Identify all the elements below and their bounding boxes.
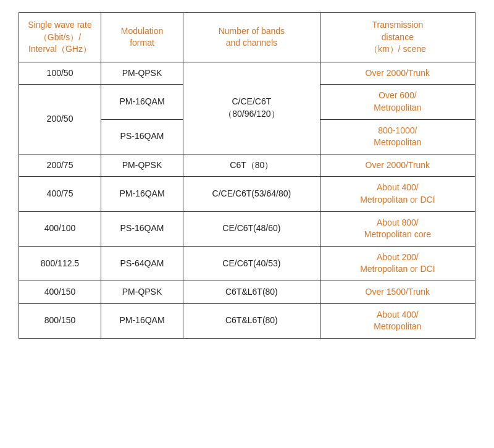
table-row: 800/150PM-16QAMC6T&L6T(80)About 400/ Met…	[19, 303, 475, 338]
cell-transmission: About 200/ Metropolitan or DCI	[320, 246, 475, 281]
cell-wave-rate: 200/75	[19, 154, 101, 177]
cell-bands: CE/C6T(48/60)	[183, 211, 320, 246]
cell-modulation: PM-16QAM	[101, 85, 183, 119]
cell-wave-rate: 800/150	[19, 303, 101, 338]
cell-bands: C/CE/C6T （80/96/120）	[183, 62, 320, 154]
cell-modulation: PM-QPSK	[101, 62, 183, 85]
cell-transmission: Over 2000/Trunk	[320, 154, 475, 177]
cell-modulation: PM-16QAM	[101, 177, 183, 211]
header-transmission: Transmission distance （km）/ scene	[320, 13, 475, 62]
cell-bands: CE/C6T(40/53)	[183, 246, 320, 281]
cell-bands: C/CE/C6T(53/64/80)	[183, 177, 320, 211]
cell-modulation: PS-64QAM	[101, 246, 183, 281]
cell-bands: C6T&L6T(80)	[183, 281, 320, 303]
cell-transmission: About 800/ Metropolitan core	[320, 211, 475, 246]
cell-wave-rate: 200/50	[19, 85, 101, 154]
cell-wave-rate: 400/100	[19, 211, 101, 246]
cell-modulation: PM-QPSK	[101, 154, 183, 177]
table-row: 800/112.5PS-64QAMCE/C6T(40/53)About 200/…	[19, 246, 475, 281]
cell-wave-rate: 400/150	[19, 281, 101, 303]
table-row: 400/150PM-QPSKC6T&L6T(80)Over 1500/Trunk	[19, 281, 475, 303]
cell-wave-rate: 800/112.5	[19, 246, 101, 281]
table-row: 400/75PM-16QAMC/CE/C6T(53/64/80)About 40…	[19, 177, 475, 211]
cell-bands: C6T&L6T(80)	[183, 303, 320, 338]
cell-modulation: PS-16QAM	[101, 211, 183, 246]
header-bands: Number of bands and channels	[183, 13, 320, 62]
cell-transmission: Over 2000/Trunk	[320, 62, 475, 85]
table-row: 400/100PS-16QAMCE/C6T(48/60)About 800/ M…	[19, 211, 475, 246]
data-table: Single wave rate （Gbit/s）/ Interval（GHz）…	[19, 12, 475, 339]
cell-modulation: PS-16QAM	[101, 119, 183, 154]
cell-bands: C6T（80）	[183, 154, 320, 177]
cell-transmission: Over 1500/Trunk	[320, 281, 475, 303]
main-table-wrapper: Single wave rate （Gbit/s）/ Interval（GHz）…	[19, 12, 475, 339]
table-row: 100/50PM-QPSKC/CE/C6T （80/96/120）Over 20…	[19, 62, 475, 85]
cell-transmission: 800-1000/ Metropolitan	[320, 119, 475, 154]
header-modulation: Modulation format	[101, 13, 183, 62]
cell-wave-rate: 100/50	[19, 62, 101, 85]
cell-modulation: PM-16QAM	[101, 303, 183, 338]
cell-wave-rate: 400/75	[19, 177, 101, 211]
cell-transmission: About 400/ Metropolitan	[320, 303, 475, 338]
cell-modulation: PM-QPSK	[101, 281, 183, 303]
header-wave-rate: Single wave rate （Gbit/s）/ Interval（GHz）	[19, 13, 101, 62]
cell-transmission: About 400/ Metropolitan or DCI	[320, 177, 475, 211]
cell-transmission: Over 600/ Metropolitan	[320, 85, 475, 119]
table-row: 200/75PM-QPSKC6T（80）Over 2000/Trunk	[19, 154, 475, 177]
